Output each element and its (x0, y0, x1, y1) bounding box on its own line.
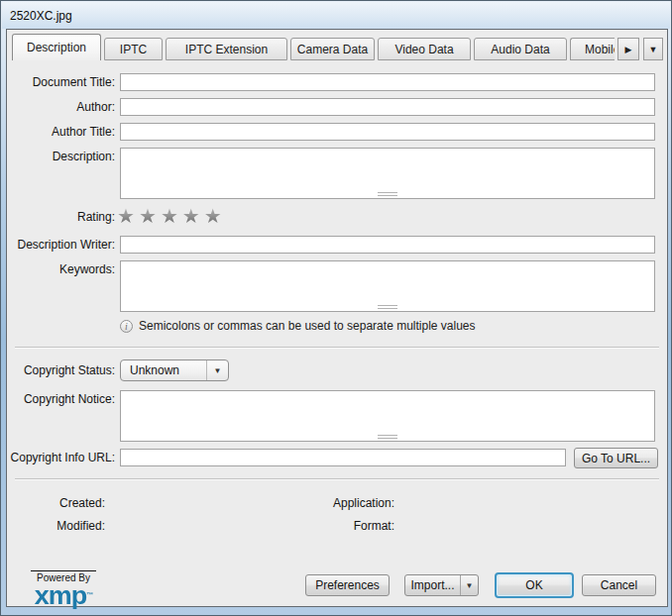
copyright-info-url-input[interactable] (120, 449, 566, 466)
chevron-down-icon[interactable]: ▼ (206, 360, 228, 380)
copyright-status-dropdown[interactable]: Unknown ▼ (120, 359, 229, 381)
rating-label: Rating: (7, 210, 115, 224)
separator (15, 347, 659, 349)
author-title-input[interactable] (120, 123, 655, 141)
copyright-notice-textarea-wrap (120, 390, 655, 442)
trademark-symbol: ™ (86, 591, 92, 598)
author-input[interactable] (120, 98, 655, 116)
tab-video-data[interactable]: Video Data (378, 38, 471, 60)
resize-grip-icon[interactable] (378, 192, 397, 196)
format-label: Format: (205, 519, 394, 533)
window-title: 2520XC.jpg (10, 9, 72, 23)
tab-iptc[interactable]: IPTC (104, 38, 163, 60)
tab-description[interactable]: Description (12, 34, 101, 60)
keywords-hint-row: i Semicolons or commas can be used to se… (120, 319, 476, 333)
document-title-label: Document Title: (7, 75, 115, 89)
titlebar: 2520XC.jpg (2, 2, 670, 29)
modified-label: Modified: (7, 519, 105, 533)
preferences-button[interactable]: Preferences (305, 574, 390, 596)
copyright-status-value: Unknown (121, 363, 206, 377)
tab-audio-data[interactable]: Audio Data (474, 38, 567, 60)
info-icon: i (120, 320, 133, 333)
application-label: Application: (205, 496, 394, 510)
resize-grip-icon[interactable] (378, 305, 397, 309)
copyright-info-url-label: Copyright Info URL: (7, 451, 115, 464)
go-to-url-button[interactable]: Go To URL... (574, 448, 658, 468)
tab-scroll-right-icon[interactable]: ▶ (617, 38, 639, 60)
created-label: Created: (7, 496, 105, 510)
description-writer-label: Description Writer: (7, 238, 115, 252)
separator (15, 478, 659, 480)
keywords-textarea-wrap (120, 260, 655, 312)
ok-default-ring: OK (495, 572, 574, 598)
ok-button[interactable]: OK (498, 575, 571, 595)
import-dropdown-icon[interactable]: ▼ (460, 575, 478, 595)
description-label: Description: (7, 150, 115, 163)
keywords-hint-text: Semicolons or commas can be used to sepa… (139, 319, 476, 333)
star-icon[interactable]: ★ (117, 206, 135, 226)
description-textarea-wrap (120, 148, 655, 199)
tab-camera-data[interactable]: Camera Data (290, 38, 375, 60)
tab-overflow-menu-icon[interactable]: ▼ (643, 38, 663, 60)
document-title-input[interactable] (120, 73, 655, 91)
copyright-status-label: Copyright Status: (7, 363, 115, 377)
author-label: Author: (7, 100, 115, 114)
tab-iptc-extension[interactable]: IPTC Extension (166, 38, 287, 60)
star-icon[interactable]: ★ (161, 206, 178, 226)
description-writer-input[interactable] (120, 236, 655, 254)
tab-mobile-swf[interactable]: Mobile SW (570, 38, 615, 60)
author-title-label: Author Title: (7, 125, 115, 139)
resize-grip-icon[interactable] (378, 435, 397, 439)
star-icon[interactable]: ★ (204, 206, 222, 226)
cancel-button[interactable]: Cancel (582, 574, 656, 596)
file-info-dialog: Description IPTC IPTC Extension Camera D… (6, 29, 668, 607)
xmp-logo: Powered By xmp™ (31, 570, 96, 608)
import-button[interactable]: Import... (405, 575, 460, 595)
tab-bar: Description IPTC IPTC Extension Camera D… (12, 34, 663, 60)
import-split-button: Import... ▼ (404, 574, 479, 596)
star-icon[interactable]: ★ (182, 206, 200, 226)
rating-stars: ★ ★ ★ ★ ★ (117, 206, 222, 226)
star-icon[interactable]: ★ (139, 206, 157, 226)
xmp-logo-text: xmp™ (35, 584, 93, 607)
file-info-window: 2520XC.jpg Description IPTC IPTC Extensi… (0, 0, 672, 616)
keywords-label: Keywords: (7, 262, 115, 276)
copyright-notice-label: Copyright Notice: (7, 392, 115, 406)
